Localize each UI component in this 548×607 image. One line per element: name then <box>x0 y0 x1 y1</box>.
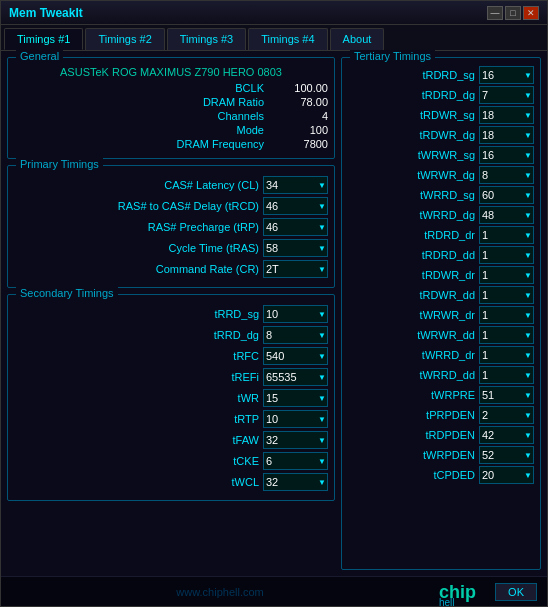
dram-ratio-label: DRAM Ratio <box>154 96 264 108</box>
twrrd-dd-label: tWRRD_dd <box>348 369 475 381</box>
trfc-select[interactable]: 540 <box>263 347 328 365</box>
twrrd-sg-select[interactable]: 60 <box>479 186 534 204</box>
dram-freq-label: DRAM Frequency <box>154 138 264 150</box>
twrwr-dg-select[interactable]: 8 <box>479 166 534 184</box>
trrd-dg-wrapper: 8 <box>263 326 328 344</box>
tab-timings2[interactable]: Timings #2 <box>85 28 164 50</box>
tab-about[interactable]: About <box>330 28 385 50</box>
cr-select-wrapper: 2T <box>263 260 328 278</box>
main-window: Mem TweakIt — □ ✕ Timings #1 Timings #2 … <box>0 0 548 607</box>
trdpden-select[interactable]: 42 <box>479 426 534 444</box>
mode-value: 100 <box>268 124 328 136</box>
twrrd-dd-select[interactable]: 1 <box>479 366 534 384</box>
channels-row: Channels 4 <box>14 110 328 122</box>
trdwr-dr-select[interactable]: 1 <box>479 266 534 284</box>
cr-label: Command Rate (CR) <box>14 263 259 275</box>
ok-button[interactable]: OK <box>495 583 537 601</box>
twrrd-dg-row: tWRRD_dg 48 <box>348 206 534 224</box>
maximize-button[interactable]: □ <box>505 6 521 20</box>
trdrd-dg-label: tRDRD_dg <box>348 89 475 101</box>
trdwr-dr-label: tRDWR_dr <box>348 269 475 281</box>
tcke-select[interactable]: 6 <box>263 452 328 470</box>
twrwr-dd-select[interactable]: 1 <box>479 326 534 344</box>
tfaw-row: tFAW 32 <box>14 431 328 449</box>
twrrd-sg-wrapper: 60 <box>479 186 534 204</box>
trdwr-sg-wrapper: 18 <box>479 106 534 124</box>
trcd-select[interactable]: 46 <box>263 197 328 215</box>
twrwr-dr-select[interactable]: 1 <box>479 306 534 324</box>
tprpden-wrapper: 2 <box>479 406 534 424</box>
main-content: General ASUSTeK ROG MAXIMUS Z790 HERO 08… <box>1 51 547 576</box>
trp-label: RAS# Precharge (tRP) <box>14 221 259 233</box>
tfaw-select[interactable]: 32 <box>263 431 328 449</box>
twrwr-dg-wrapper: 8 <box>479 166 534 184</box>
trdwr-sg-select[interactable]: 18 <box>479 106 534 124</box>
primary-title: Primary Timings <box>16 158 103 170</box>
bclk-row: BCLK 100.00 <box>14 82 328 94</box>
trfc-label: tRFC <box>14 350 259 362</box>
dram-ratio-value: 78.00 <box>268 96 328 108</box>
tab-timings3[interactable]: Timings #3 <box>167 28 246 50</box>
close-button[interactable]: ✕ <box>523 6 539 20</box>
tcpded-label: tCPDED <box>348 469 475 481</box>
twcl-select[interactable]: 32 <box>263 473 328 491</box>
tab-timings1[interactable]: Timings #1 <box>4 28 83 50</box>
trdrd-sg-row: tRDRD_sg 16 <box>348 66 534 84</box>
trfc-wrapper: 540 <box>263 347 328 365</box>
cr-select[interactable]: 2T <box>263 260 328 278</box>
tprpden-select[interactable]: 2 <box>479 406 534 424</box>
twrpre-select[interactable]: 51 <box>479 386 534 404</box>
tcpded-select[interactable]: 20 <box>479 466 534 484</box>
trp-select[interactable]: 46 <box>263 218 328 236</box>
trrd-sg-label: tRRD_sg <box>14 308 259 320</box>
trdwr-dg-label: tRDWR_dg <box>348 129 475 141</box>
trefi-select[interactable]: 65535 <box>263 368 328 386</box>
mode-row: Mode 100 <box>14 124 328 136</box>
trdwr-dg-wrapper: 18 <box>479 126 534 144</box>
trdrd-dr-wrapper: 1 <box>479 226 534 244</box>
trdrd-dg-select[interactable]: 7 <box>479 86 534 104</box>
trdrd-dr-select[interactable]: 1 <box>479 226 534 244</box>
twrpden-label: tWRPDEN <box>348 449 475 461</box>
twrpden-select[interactable]: 52 <box>479 446 534 464</box>
twrpre-wrapper: 51 <box>479 386 534 404</box>
trdwr-dg-select[interactable]: 18 <box>479 126 534 144</box>
trdrd-dd-select[interactable]: 1 <box>479 246 534 264</box>
twrrd-sg-row: tWRRD_sg 60 <box>348 186 534 204</box>
trdwr-dd-select[interactable]: 1 <box>479 286 534 304</box>
twrpre-label: tWRPRE <box>348 389 475 401</box>
twrrd-dg-select[interactable]: 48 <box>479 206 534 224</box>
trdpden-wrapper: 42 <box>479 426 534 444</box>
mode-label: Mode <box>154 124 264 136</box>
tras-select[interactable]: 58 <box>263 239 328 257</box>
twrwr-dd-wrapper: 1 <box>479 326 534 344</box>
trefi-row: tREFi 65535 <box>14 368 328 386</box>
bclk-value: 100.00 <box>268 82 328 94</box>
trdrd-dd-label: tRDRD_dd <box>348 249 475 261</box>
cl-select[interactable]: 34 <box>263 176 328 194</box>
trdpden-row: tRDPDEN 42 <box>348 426 534 444</box>
tcpded-row: tCPDED 20 <box>348 466 534 484</box>
minimize-button[interactable]: — <box>487 6 503 20</box>
tab-timings4[interactable]: Timings #4 <box>248 28 327 50</box>
general-title: General <box>16 50 63 62</box>
trdwr-dg-row: tRDWR_dg 18 <box>348 126 534 144</box>
trdrd-sg-select[interactable]: 16 <box>479 66 534 84</box>
twrrd-dr-select[interactable]: 1 <box>479 346 534 364</box>
secondary-title: Secondary Timings <box>16 287 118 299</box>
svg-text:hell: hell <box>439 597 455 606</box>
cl-select-wrapper: 34 <box>263 176 328 194</box>
trtp-row: tRTP 10 <box>14 410 328 428</box>
trrd-dg-select[interactable]: 8 <box>263 326 328 344</box>
trdwr-dd-wrapper: 1 <box>479 286 534 304</box>
trdpden-label: tRDPDEN <box>348 429 475 441</box>
trtp-select[interactable]: 10 <box>263 410 328 428</box>
trdrd-sg-wrapper: 16 <box>479 66 534 84</box>
twrrd-dg-wrapper: 48 <box>479 206 534 224</box>
tcpded-wrapper: 20 <box>479 466 534 484</box>
trcd-select-wrapper: 46 <box>263 197 328 215</box>
footer: www.chiphell.com chip hell OK <box>1 576 547 606</box>
twr-select[interactable]: 15 <box>263 389 328 407</box>
twrwr-sg-select[interactable]: 16 <box>479 146 534 164</box>
trrd-sg-select[interactable]: 10 <box>263 305 328 323</box>
